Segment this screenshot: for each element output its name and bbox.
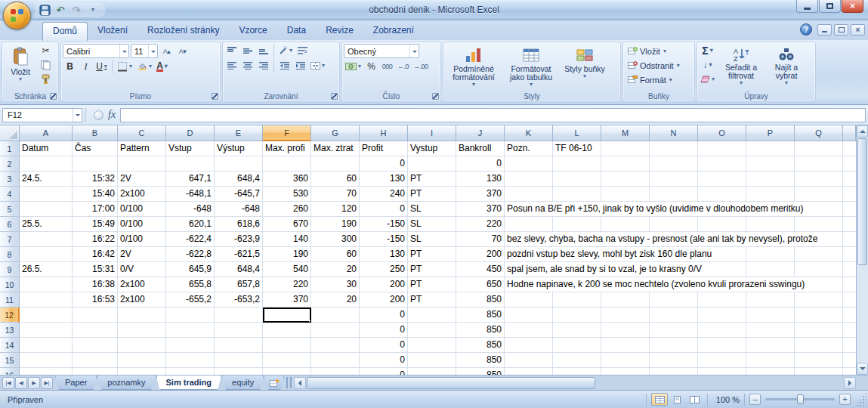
ribbon-tab-vzorce[interactable]: Vzorce	[229, 22, 276, 40]
cell-K11[interactable]	[505, 292, 553, 308]
scroll-left-button[interactable]	[294, 377, 306, 389]
cell-G10[interactable]: 30	[311, 277, 360, 292]
cell-K2[interactable]	[505, 156, 553, 172]
cell-F12[interactable]	[263, 308, 311, 323]
cell-B5[interactable]: 17:00	[73, 202, 118, 217]
selection-fill-handle[interactable]	[309, 320, 311, 323]
scroll-right-button[interactable]	[844, 377, 856, 389]
orientation-button[interactable]: ▾	[277, 44, 294, 57]
sheet-tab-paper[interactable]: Paper	[55, 376, 97, 390]
cut-button[interactable]: ✂	[39, 44, 53, 57]
cell-I14[interactable]	[408, 338, 456, 353]
cell-N3[interactable]	[650, 172, 698, 187]
cell-A16[interactable]	[20, 368, 73, 375]
cell-C1[interactable]: Pattern	[118, 141, 166, 156]
cell-F3[interactable]: 360	[263, 172, 311, 187]
cell-P9[interactable]	[746, 262, 795, 277]
cell-E1[interactable]: Výstup	[215, 141, 263, 156]
cell-J12[interactable]: 850	[456, 308, 505, 323]
cell-N12[interactable]	[650, 308, 698, 323]
insert-cells-button[interactable]: Vložit ▾	[625, 44, 669, 58]
cell-A15[interactable]	[20, 353, 73, 368]
cell-C5[interactable]: 0/100	[118, 202, 166, 217]
column-header-Q[interactable]: Q	[795, 125, 843, 141]
cell-I11[interactable]: PT	[408, 292, 456, 308]
row-header-9[interactable]: 9	[0, 262, 20, 277]
cell-F10[interactable]: 220	[263, 277, 311, 292]
cell-P13[interactable]	[746, 323, 795, 338]
cell-I1[interactable]: Vystup	[408, 141, 456, 156]
cell-B7[interactable]: 16:22	[73, 232, 118, 247]
cell-B16[interactable]	[73, 368, 118, 375]
cell-C10[interactable]: 2x100	[118, 277, 166, 292]
cell-L1[interactable]: TF 06-10	[553, 141, 601, 156]
cell-G7[interactable]: 300	[311, 232, 360, 247]
cell-P2[interactable]	[746, 156, 795, 172]
cell-A7[interactable]	[20, 232, 73, 247]
cell-Q11[interactable]	[795, 292, 843, 308]
cell-J7[interactable]: 70	[456, 232, 505, 247]
cell-G2[interactable]	[311, 156, 360, 172]
cell-G9[interactable]: 20	[311, 262, 360, 277]
cell-F4[interactable]: 530	[263, 187, 311, 202]
format-painter-button[interactable]	[39, 73, 53, 86]
cell-I13[interactable]	[408, 323, 456, 338]
cell-M15[interactable]	[601, 353, 650, 368]
cell-C15[interactable]	[118, 353, 166, 368]
cell-P1[interactable]	[746, 141, 795, 156]
row-header-12[interactable]: 12	[0, 308, 20, 323]
last-sheet-button[interactable]: ▶|	[41, 377, 53, 389]
cell-K6[interactable]	[505, 217, 553, 232]
cell-A6[interactable]: 25.5.	[20, 217, 73, 232]
cell-K3[interactable]	[505, 172, 553, 187]
cell-C7[interactable]: 0/100	[118, 232, 166, 247]
cell-K4[interactable]	[505, 187, 553, 202]
cell-Q6[interactable]	[795, 217, 843, 232]
row-header-1[interactable]: 1	[0, 141, 20, 156]
cell-K7[interactable]: bez slevy, chyba, bacha na vstupy - pres…	[505, 232, 553, 247]
align-left-button[interactable]	[224, 59, 239, 73]
cell-G4[interactable]: 70	[311, 187, 360, 202]
cell-D7[interactable]: -622,4	[166, 232, 215, 247]
cell-P3[interactable]	[746, 172, 795, 187]
workbook-close-button[interactable]: ×	[851, 24, 865, 36]
cell-N11[interactable]	[650, 292, 698, 308]
cell-I8[interactable]: PT	[408, 247, 456, 262]
cell-J15[interactable]: 850	[456, 353, 505, 368]
name-box[interactable]: F12	[2, 108, 82, 122]
cell-J14[interactable]: 850	[456, 338, 505, 353]
column-header-H[interactable]: H	[360, 125, 408, 141]
find-select-button[interactable]: Najít a vybrat ▾	[765, 44, 808, 88]
cell-F2[interactable]	[263, 156, 311, 172]
cell-C11[interactable]: 2x100	[118, 292, 166, 308]
cell-D9[interactable]: 645,9	[166, 262, 215, 277]
column-header-E[interactable]: E	[215, 125, 263, 141]
cell-K15[interactable]	[505, 353, 553, 368]
cell-K8[interactable]: pozdni vstup bez slevy, mohl byt zisk 16…	[505, 247, 553, 262]
vertical-scroll-thumb[interactable]	[857, 138, 867, 265]
cell-Q1[interactable]	[795, 141, 843, 156]
cell-O11[interactable]	[698, 292, 746, 308]
cell-I2[interactable]	[408, 156, 456, 172]
cell-O3[interactable]	[698, 172, 746, 187]
cell-L13[interactable]	[553, 323, 601, 338]
cell-I6[interactable]: SL	[408, 217, 456, 232]
cell-H1[interactable]: Profit	[360, 141, 408, 156]
cell-J6[interactable]: 220	[456, 217, 505, 232]
ribbon-tab-rozlozeni-stranky[interactable]: Rozložení stránky	[137, 22, 229, 40]
horizontal-scroll-thumb[interactable]	[307, 377, 595, 389]
cell-Q9[interactable]	[795, 262, 843, 277]
cell-B15[interactable]	[73, 353, 118, 368]
cell-O16[interactable]	[698, 368, 746, 375]
column-header-K[interactable]: K	[505, 125, 553, 141]
workbook-restore-button[interactable]	[834, 24, 848, 36]
cell-O14[interactable]	[698, 338, 746, 353]
column-header-J[interactable]: J	[456, 125, 505, 141]
underline-button[interactable]: U▾	[94, 60, 109, 73]
column-header-I[interactable]: I	[408, 125, 456, 141]
cell-L12[interactable]	[553, 308, 601, 323]
cell-G11[interactable]: 20	[311, 292, 360, 308]
cell-O2[interactable]	[698, 156, 746, 172]
cell-C3[interactable]: 2V	[118, 172, 166, 187]
cell-M1[interactable]	[601, 141, 650, 156]
